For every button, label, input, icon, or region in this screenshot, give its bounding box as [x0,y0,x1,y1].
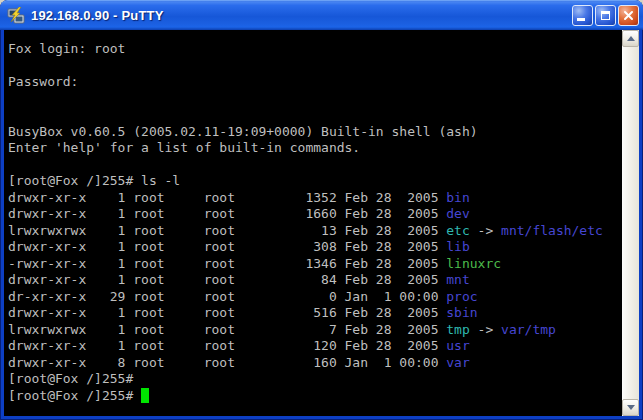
terminal-text-segment: drwxr-xr-x 8 root root 160 Jan 1 00:00 [8,355,446,370]
terminal-text-segment: bin [446,190,469,205]
terminal-line: dr-xr-xr-x 29 root root 0 Jan 1 00:00 pr… [8,289,622,306]
terminal-line: drwxr-xr-x 1 root root 308 Feb 28 2005 l… [8,239,622,256]
terminal-line [8,157,622,174]
terminal-text-segment: drwxr-xr-x 1 root root 308 Feb 28 2005 [8,239,446,254]
terminal-line: drwxr-xr-x 1 root root 1660 Feb 28 2005 … [8,206,622,223]
terminal-text-segment: drwxr-xr-x 1 root root 120 Feb 28 2005 [8,338,446,353]
terminal-line: BusyBox v0.60.5 (2005.02.11-19:09+0000) … [8,124,622,141]
terminal-line: lrwxrwxrwx 1 root root 13 Feb 28 2005 et… [8,223,622,240]
scroll-up-button[interactable] [622,30,639,47]
terminal-line [8,91,622,108]
terminal-text-segment: etc [446,223,469,238]
terminal-line: [root@Fox /]255# ls -l [8,173,622,190]
close-icon [623,10,634,21]
terminal-text-segment: drwxr-xr-x 1 root root 1660 Feb 28 2005 [8,206,446,221]
terminal-line: Enter 'help' for a list of built-in comm… [8,140,622,157]
terminal-text-segment: linuxrc [446,256,501,271]
terminal-line: drwxr-xr-x 1 root root 1352 Feb 28 2005 … [8,190,622,207]
terminal-screen[interactable]: Fox login: rootPassword:BusyBox v0.60.5 … [4,30,622,416]
terminal-text-segment: Fox login: root [8,41,125,56]
terminal-line: drwxr-xr-x 1 root root 120 Feb 28 2005 u… [8,338,622,355]
terminal-line: drwxr-xr-x 8 root root 160 Jan 1 00:00 v… [8,355,622,372]
terminal-text-segment: Password: [8,74,78,89]
terminal-line [8,107,622,124]
terminal-text-segment: var [446,355,469,370]
terminal-text-segment: [root@Fox /]255# [8,388,141,403]
terminal-line: Password: [8,74,622,91]
title-bar[interactable]: 192.168.0.90 - PuTTY [0,0,643,30]
window-controls [572,5,639,26]
minimize-icon [577,18,585,21]
terminal-line: drwxr-xr-x 1 root root 84 Feb 28 2005 mn… [8,272,622,289]
terminal-text-segment: -> [470,223,501,238]
minimize-button[interactable] [572,5,593,26]
arrow-up-icon [627,36,635,41]
putty-icon[interactable] [7,7,25,24]
terminal-text-segment: lib [446,239,469,254]
terminal-text-segment: sbin [446,305,477,320]
terminal-line: [root@Fox /]255# [8,388,622,405]
terminal-cursor [141,388,149,403]
terminal-text-segment: dev [446,206,469,221]
terminal-line: lrwxrwxrwx 1 root root 7 Feb 28 2005 tmp… [8,322,622,339]
terminal-text-segment: usr [446,338,469,353]
terminal-line [8,58,622,75]
close-button[interactable] [618,5,639,26]
scrollbar[interactable] [622,30,639,416]
scroll-track[interactable] [622,47,639,399]
terminal-text-segment: var/tmp [501,322,556,337]
terminal-text-segment: lrwxrwxrwx 1 root root 7 Feb 28 2005 [8,322,446,337]
terminal-line: Fox login: root [8,41,622,58]
terminal-text-segment: drwxr-xr-x 1 root root 84 Feb 28 2005 [8,272,446,287]
terminal-line: -rwxr-xr-x 1 root root 1346 Feb 28 2005 … [8,256,622,273]
scroll-down-button[interactable] [622,399,639,416]
terminal-text-segment: dr-xr-xr-x 29 root root 0 Jan 1 00:00 [8,289,446,304]
terminal-text-segment: lrwxrwxrwx 1 root root 13 Feb 28 2005 [8,223,446,238]
maximize-button[interactable] [595,5,616,26]
terminal-text-segment: mnt [446,272,469,287]
terminal-text-segment: drwxr-xr-x 1 root root 1352 Feb 28 2005 [8,190,446,205]
terminal-client-area: Fox login: rootPassword:BusyBox v0.60.5 … [4,30,639,416]
terminal-text-segment: proc [446,289,477,304]
window-title: 192.168.0.90 - PuTTY [31,8,572,23]
terminal-text-segment: [root@Fox /]255# ls -l [8,173,180,188]
terminal-text-segment: -> [470,322,501,337]
terminal-text-segment: -rwxr-xr-x 1 root root 1346 Feb 28 2005 [8,256,446,271]
terminal-text-segment: mnt/flash/etc [501,223,603,238]
maximize-icon [601,11,610,20]
terminal-text-segment: BusyBox v0.60.5 (2005.02.11-19:09+0000) … [8,124,478,139]
terminal-text-segment: Enter 'help' for a list of built-in comm… [8,140,360,155]
terminal-text-segment: tmp [446,322,469,337]
terminal-text-segment: [root@Fox /]255# [8,371,133,386]
terminal-line: drwxr-xr-x 1 root root 516 Feb 28 2005 s… [8,305,622,322]
terminal-text-segment: drwxr-xr-x 1 root root 516 Feb 28 2005 [8,305,446,320]
putty-window: 192.168.0.90 - PuTTY Fox login: rootPass… [0,0,643,420]
terminal-line: [root@Fox /]255# [8,371,622,388]
arrow-down-icon [627,405,635,410]
